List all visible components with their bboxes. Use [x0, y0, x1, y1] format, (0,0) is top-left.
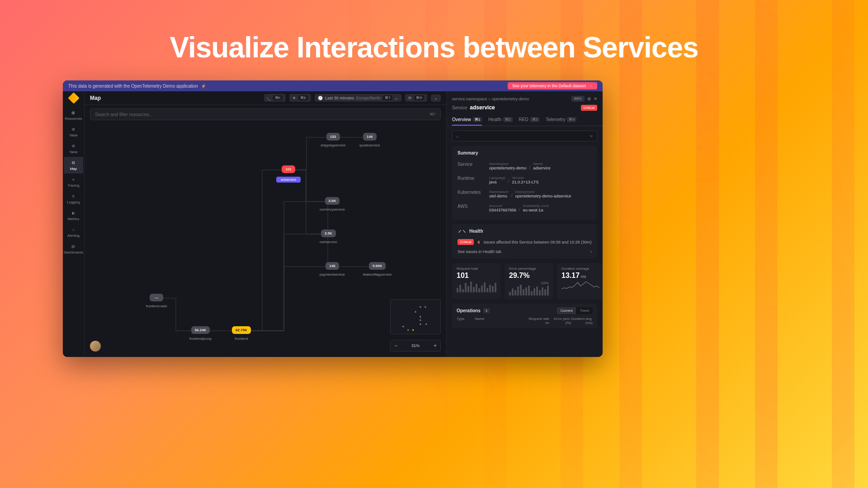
tab-health[interactable]: Health⌘2 [488, 114, 512, 126]
share-button[interactable]: ✈ ⌘E [289, 94, 311, 102]
svg-point-1 [425, 306, 426, 308]
node-value: 36.24K [191, 326, 210, 334]
nav-item-tracing[interactable]: ⎋Tracing [64, 174, 83, 190]
nav-item-map[interactable]: ⊡Map [64, 157, 83, 174]
page-headline: Visualize Interactions between Services [0, 31, 868, 64]
nav-item-dashboards[interactable]: ▤Dashboards [64, 240, 83, 257]
node-payment[interactable]: 146paymentservice [320, 262, 345, 277]
node-value: 3.6K [325, 197, 340, 205]
time-range-picker[interactable]: 🕐 Last 30 minutes Europe/Berlin ⌘T ⌄ [315, 94, 401, 102]
map-icon: ⊡ [70, 160, 76, 166]
refresh-icon: ⟳ [408, 96, 412, 100]
issue-count: 6 [477, 240, 480, 244]
node-label: cartservice [320, 240, 337, 244]
arrow-right-icon: → [589, 84, 593, 88]
gauge-icon: ◐ [70, 210, 76, 216]
nav-item-metrics[interactable]: ◐Metrics [64, 207, 83, 224]
health-section: ⟋⟍ Health Critical 6 issues affected thi… [452, 224, 597, 258]
nav-label: Alerting [67, 234, 80, 238]
tab-telemetry[interactable]: Telemetry⌘4 [546, 114, 576, 126]
health-status-badge: Critical [458, 239, 474, 245]
clock-icon: 🕐 [318, 96, 323, 100]
node-value: 5.90K [369, 262, 386, 270]
svg-point-6 [425, 324, 427, 325]
bell-icon: ⌂ [70, 226, 76, 233]
operations-toggle[interactable]: CurrentTrend [557, 307, 593, 314]
search-icon: ⌕ [456, 134, 459, 139]
command-palette-button[interactable]: ›_ ⌘K [264, 94, 286, 102]
panel-breadcrumb: service.namespace = opentelemetry-demo [452, 97, 569, 101]
zoom-control: − 31% + [390, 340, 441, 352]
node-value: 101 [282, 165, 295, 173]
col-header: Name [475, 317, 528, 325]
operations-count: 1 [483, 308, 490, 313]
svg-point-4 [420, 319, 421, 321]
metric-card-error-percentage[interactable]: Error percentage29.7% 100% [505, 263, 553, 299]
node-cart[interactable]: 3.5Kcartservice [320, 230, 337, 244]
panel-search-input[interactable]: ⌕ ✕ [452, 131, 597, 141]
metrics-row: Request total101 Error percentage29.7% 1… [452, 263, 597, 299]
health-tab-link[interactable]: See issues in Health tab › [458, 247, 592, 254]
search-shortcut-hint: ⌘F [429, 112, 436, 117]
service-map-canvas[interactable]: 133shippingservice146quoteservice101adse… [85, 124, 446, 357]
clear-icon[interactable]: ✕ [590, 134, 593, 139]
nav-label: Tracing [67, 183, 79, 188]
nav-label: Resources [65, 117, 82, 121]
node-label: featureflagservice [363, 272, 392, 277]
summary-row: ServiceNamespaceopentelemetry-demo/Namea… [458, 159, 592, 173]
nav-item-resources[interactable]: ▦Resources [64, 107, 83, 123]
banner-text: This data is generated with the OpenTele… [68, 84, 198, 89]
nav-label: Metrics [68, 217, 80, 221]
nav-label: Dashboards [64, 250, 83, 254]
svg-point-8 [407, 329, 409, 331]
zoom-in-button[interactable]: + [434, 343, 437, 349]
user-avatar[interactable] [90, 341, 101, 352]
minimap[interactable] [390, 299, 441, 334]
node-label: quoteservice [359, 143, 380, 147]
table-icon: ⊞ [70, 143, 76, 149]
node-quote[interactable]: 146quoteservice [359, 133, 380, 147]
refresh-button[interactable]: ⟳ ⌘R [405, 94, 427, 102]
toggle-trend[interactable]: Trend [576, 307, 593, 314]
node-shipping[interactable]: 133shippingservice [321, 133, 345, 147]
node-featureflag[interactable]: 5.90Kfeatureflagservice [363, 262, 392, 277]
toggle-current[interactable]: Current [557, 307, 576, 314]
dash-icon: ▤ [70, 243, 76, 249]
node-frontendproxy[interactable]: 36.24Kfrontendproxy [189, 326, 212, 341]
github-icon[interactable]: ⚡ [201, 84, 206, 89]
nav-label: Table [69, 150, 78, 154]
col-header: Duration avg. (ms) [571, 317, 593, 325]
search-input[interactable]: Search and filter resources... ⌘F [90, 108, 441, 120]
nav-item-alerting[interactable]: ⌂Alerting [64, 224, 83, 240]
node-label: frontend [235, 337, 248, 341]
close-icon[interactable]: ✕ [594, 96, 597, 101]
node-value: 62.75K [232, 326, 251, 334]
summary-section: Summary ServiceNamespaceopentelemetry-de… [452, 146, 597, 220]
operations-columns: TypeNameRequest rate /mError perc. (%)Du… [457, 317, 593, 325]
node-frontend[interactable]: 62.75Kfrontend [232, 326, 251, 341]
node-frontendweb[interactable]: —frontend-web [146, 294, 167, 308]
refresh-dropdown[interactable]: ⌄ [431, 94, 441, 102]
health-title: Health [469, 229, 483, 234]
node-value: 146 [363, 133, 377, 141]
zoom-out-button[interactable]: − [394, 343, 397, 349]
svg-point-0 [420, 306, 421, 308]
node-tag: adservice [276, 177, 301, 183]
metric-card-request-total[interactable]: Request total101 [452, 263, 501, 299]
nav-item-table[interactable]: ⊞Table [64, 140, 83, 157]
metric-card-duration-average[interactable]: Duration average13.17 ms [557, 263, 603, 299]
chevron-right-icon: › [590, 249, 592, 254]
nav-label: Map [70, 167, 77, 171]
node-currency[interactable]: 3.6Kcurrencyservice [320, 197, 345, 211]
toolbar: Map ›_ ⌘K ✈ ⌘E 🕐 Last 30 minutes Europe/… [85, 91, 446, 105]
node-ad[interactable]: 101adservice [276, 165, 301, 183]
target-icon[interactable]: ⊕ [587, 96, 591, 101]
tab-red[interactable]: RED⌘3 [519, 114, 540, 126]
nav-item-table[interactable]: ⊞Table [64, 123, 83, 140]
nav-item-logging[interactable]: ⎘Logging [64, 190, 83, 207]
col-header: Request rate /m [528, 317, 549, 325]
app-logo-icon[interactable] [68, 92, 79, 103]
banner-cta-button[interactable]: See your telemetry in the Default datase… [508, 82, 597, 89]
service-name: adservice [470, 104, 578, 111]
tab-overview[interactable]: Overview⌘1 [452, 114, 482, 126]
